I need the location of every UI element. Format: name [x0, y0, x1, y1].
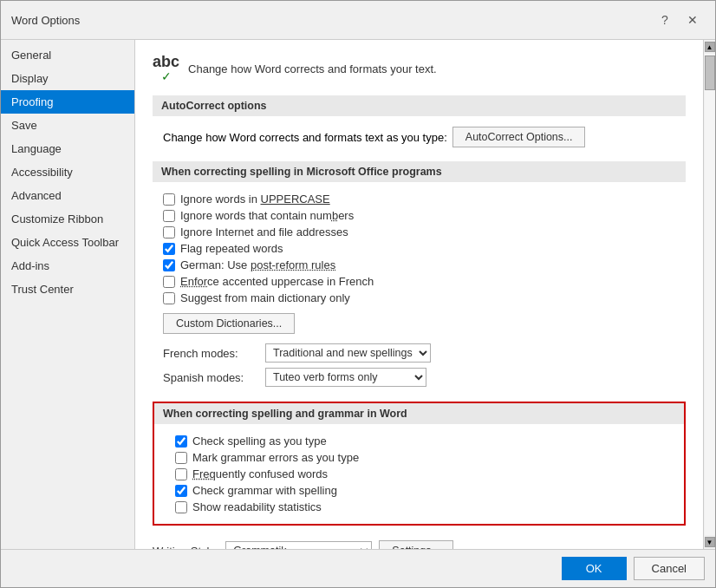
- option-ignore-uppercase: Ignore words in UPPERCASE: [153, 191, 686, 207]
- ignore-internet-checkbox[interactable]: [163, 226, 175, 238]
- dialog-body: General Display Proofing Save Language A…: [1, 40, 715, 549]
- title-bar: Word Options ? ✕: [1, 1, 715, 40]
- spanish-modes-select[interactable]: Tuteo verb forms only Voseo verb forms o…: [265, 368, 426, 387]
- main-content: abc ✓ Change how Word corrects and forma…: [135, 40, 703, 549]
- sidebar-item-add-ins[interactable]: Add-ins: [1, 254, 134, 278]
- autocorrect-section: AutoCorrect options Change how Word corr…: [153, 95, 686, 149]
- header-description: Change how Word corrects and formats you…: [188, 62, 437, 75]
- title-bar-icons: ? ✕: [653, 8, 705, 32]
- writing-style-select[interactable]: Grammatik Grammar Grammar & Refinements: [225, 541, 372, 549]
- uppercase-underline: UPPERCASE: [261, 193, 330, 206]
- option-readability: Show readability statistics: [165, 499, 674, 515]
- enforce-french-label[interactable]: Enforce accented uppercase in French: [180, 275, 374, 288]
- sidebar-item-advanced[interactable]: Advanced: [1, 184, 134, 207]
- ignore-numbers-label[interactable]: Ignore words that contain numbers: [180, 209, 354, 222]
- sidebar-item-customize-ribbon[interactable]: Customize Ribbon: [1, 207, 134, 231]
- close-button[interactable]: ✕: [680, 8, 705, 32]
- scrollbar-track[interactable]: ▲ ▼: [703, 40, 715, 549]
- ms-office-section-header: When correcting spelling in Microsoft Of…: [153, 161, 686, 182]
- check-grammar-checkbox[interactable]: [175, 485, 187, 497]
- sidebar-item-trust-center[interactable]: Trust Center: [1, 278, 134, 301]
- readability-checkbox[interactable]: [175, 501, 187, 513]
- ms-office-section: When correcting spelling in Microsoft Of…: [153, 161, 686, 389]
- title-bar-left: Word Options: [11, 14, 80, 27]
- enforce-underline: Enfor: [180, 275, 207, 288]
- german-reform-label[interactable]: German: Use post-reform rules: [180, 258, 335, 271]
- scrollbar-thumb-area: [705, 54, 715, 535]
- sidebar-item-general[interactable]: General: [1, 43, 134, 67]
- option-enforce-french: Enforce accented uppercase in French: [153, 273, 686, 290]
- check-grammar-label[interactable]: Check grammar with spelling: [192, 484, 337, 497]
- option-suggest-main: Suggest from main dictionary only: [153, 290, 686, 306]
- spanish-modes-label: Spanish modes:: [163, 371, 258, 384]
- autocorrect-section-header: AutoCorrect options: [153, 95, 686, 116]
- custom-dict-row: Custom Dictionaries...: [163, 313, 686, 334]
- option-german-reform: German: Use post-reform rules: [153, 257, 686, 273]
- confused-words-checkbox[interactable]: [175, 468, 187, 480]
- autocorrect-options-button[interactable]: AutoCorrect Options...: [452, 127, 586, 147]
- settings-button[interactable]: Settings...: [379, 540, 453, 549]
- check-spelling-checkbox[interactable]: [175, 435, 187, 448]
- check-spelling-label[interactable]: Check spelling as you type: [192, 434, 327, 448]
- sidebar-item-language[interactable]: Language: [1, 137, 134, 160]
- sidebar-item-save[interactable]: Save: [1, 114, 134, 137]
- sidebar-item-display[interactable]: Display: [1, 67, 134, 90]
- word-spelling-grammar-section: When correcting spelling and grammar in …: [153, 402, 686, 526]
- spanish-modes-row: Spanish modes: Tuteo verb forms only Vos…: [153, 365, 686, 389]
- numbers-underline: b: [332, 209, 338, 222]
- option-mark-grammar: Mark grammar errors as you type: [165, 449, 674, 466]
- scrollbar-up-button[interactable]: ▲: [705, 42, 715, 52]
- custom-dictionaries-button[interactable]: Custom Dictionaries...: [163, 313, 295, 334]
- enforce-french-checkbox[interactable]: [163, 276, 175, 288]
- french-modes-label: French modes:: [163, 347, 258, 360]
- readability-label[interactable]: Show readability statistics: [192, 500, 322, 513]
- option-ignore-numbers: Ignore words that contain numbers: [153, 207, 686, 224]
- french-modes-row: French modes: Traditional and new spelli…: [153, 341, 686, 365]
- frequently-underline: Freq: [192, 467, 216, 480]
- flag-repeated-checkbox[interactable]: [163, 243, 175, 255]
- ignore-uppercase-label[interactable]: Ignore words in UPPERCASE: [180, 193, 330, 206]
- cancel-button[interactable]: Cancel: [634, 557, 705, 580]
- help-button[interactable]: ?: [653, 8, 677, 32]
- confused-words-label[interactable]: Frequently confused words: [192, 467, 328, 480]
- header-section: abc ✓ Change how Word corrects and forma…: [153, 54, 686, 83]
- writing-style-row: Writing Style: Grammatik Grammar Grammar…: [153, 538, 686, 549]
- check-mark-icon: ✓: [161, 69, 172, 83]
- french-modes-select[interactable]: Traditional and new spellings Traditiona…: [265, 343, 431, 363]
- mark-grammar-checkbox[interactable]: [175, 452, 187, 464]
- autocorrect-desc: Change how Word corrects and formats tex…: [163, 131, 447, 144]
- suggest-main-label[interactable]: Suggest from main dictionary only: [180, 291, 350, 304]
- option-ignore-internet: Ignore Internet and file addresses: [153, 224, 686, 240]
- option-check-spelling: Check spelling as you type: [165, 433, 674, 449]
- autocorrect-row: Change how Word corrects and formats tex…: [153, 125, 686, 149]
- sidebar: General Display Proofing Save Language A…: [1, 40, 135, 549]
- ignore-internet-label[interactable]: Ignore Internet and file addresses: [180, 225, 348, 238]
- word-options-dialog: Word Options ? ✕ General Display Proofin…: [0, 0, 716, 588]
- flag-repeated-label[interactable]: Flag repeated words: [180, 242, 283, 255]
- scrollbar-down-button[interactable]: ▼: [705, 537, 715, 547]
- abc-icon: abc ✓: [153, 54, 179, 83]
- option-confused-words: Frequently confused words: [165, 466, 674, 482]
- sidebar-item-proofing[interactable]: Proofing: [1, 90, 134, 114]
- mark-grammar-label[interactable]: Mark grammar errors as you type: [192, 451, 359, 464]
- ok-button[interactable]: OK: [562, 557, 627, 580]
- suggest-main-checkbox[interactable]: [163, 292, 175, 304]
- post-reform-underline: post-reform rules: [251, 258, 335, 271]
- dialog-title: Word Options: [11, 14, 80, 27]
- word-section-header: When correcting spelling and grammar in …: [154, 403, 684, 424]
- ignore-numbers-checkbox[interactable]: [163, 210, 175, 222]
- abc-text: abc: [153, 54, 179, 69]
- scrollbar-thumb[interactable]: [705, 56, 715, 90]
- sidebar-item-accessibility[interactable]: Accessibility: [1, 160, 134, 184]
- ignore-uppercase-checkbox[interactable]: [163, 193, 175, 206]
- option-check-grammar: Check grammar with spelling: [165, 482, 674, 499]
- option-flag-repeated: Flag repeated words: [153, 240, 686, 257]
- dialog-footer: OK Cancel: [1, 549, 715, 587]
- german-reform-checkbox[interactable]: [163, 259, 175, 271]
- sidebar-item-quick-access[interactable]: Quick Access Toolbar: [1, 231, 134, 254]
